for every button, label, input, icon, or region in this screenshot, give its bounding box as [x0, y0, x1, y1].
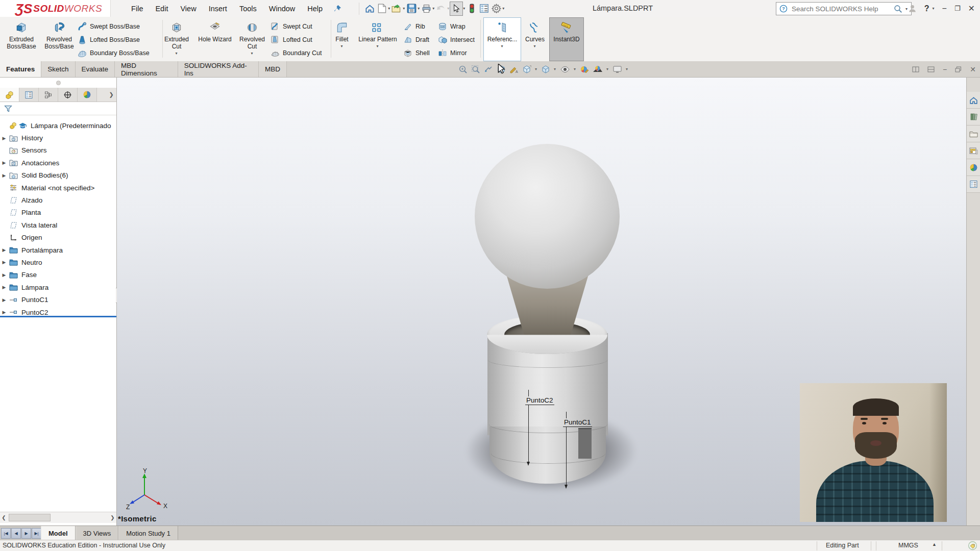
tree-root-item[interactable]: Lámpara (Predeterminado	[0, 119, 116, 132]
tab-feature-manager-tree[interactable]	[0, 88, 19, 102]
shell-button[interactable]: Shell	[403, 46, 430, 60]
previous-view-icon[interactable]	[484, 65, 493, 74]
menu-insert[interactable]: Insert	[203, 2, 233, 16]
menu-view[interactable]: View	[174, 2, 202, 16]
help-search-box[interactable]: ? ▾	[776, 2, 912, 15]
bulb-globe[interactable]	[475, 144, 620, 289]
tab-solidworks-addins[interactable]: SOLIDWORKS Add-Ins	[178, 61, 259, 77]
save-dropdown-caret[interactable]: ▾	[418, 6, 420, 11]
tag-icon[interactable]	[968, 541, 977, 550]
search-icon[interactable]	[894, 5, 902, 13]
curves-caret[interactable]: ▾	[533, 43, 535, 50]
reference-geometry-caret[interactable]: ▾	[501, 43, 503, 50]
mirror-button[interactable]: Mirror	[438, 46, 467, 60]
rib-button[interactable]: Rib	[403, 20, 425, 33]
last-tab-arrow-icon[interactable]: ▶|	[32, 528, 41, 539]
taskpane-appearances-button[interactable]	[967, 159, 980, 176]
reference-geometry-button[interactable]: Referenc... ▾	[483, 17, 521, 61]
annotation-puntoc2[interactable]: PuntoC2	[525, 396, 554, 405]
undo-dropdown-caret[interactable]: ▾	[447, 6, 449, 11]
fillet-caret[interactable]: ▾	[340, 43, 342, 50]
expand-arrow-icon[interactable]: ▶	[0, 297, 8, 303]
tree-item-solid-bodies[interactable]: ▶ Solid Bodies(6)	[0, 169, 116, 182]
pane-split-icon[interactable]	[912, 66, 919, 72]
options-dropdown-caret[interactable]: ▾	[502, 6, 504, 11]
fillet-button[interactable]: Fillet ▾	[329, 18, 355, 60]
zoom-area-icon[interactable]	[471, 65, 480, 74]
tree-item-portalampara[interactable]: ▶ Portalámpara	[0, 244, 116, 256]
units-selector[interactable]: MMGS	[898, 542, 918, 549]
boundary-boss-base-button[interactable]: Boundary Boss/Base	[78, 46, 150, 60]
save-button[interactable]	[405, 2, 418, 15]
tree-item-anotaciones[interactable]: ▶ A Anotaciones	[0, 157, 116, 169]
edit-appearance-icon[interactable]	[580, 65, 589, 74]
rebuild-button[interactable]	[465, 2, 478, 15]
search-scope-caret[interactable]: ▾	[905, 7, 908, 11]
first-tab-arrow-icon[interactable]: |◀	[1, 528, 11, 539]
tab-configuration-manager[interactable]	[39, 88, 58, 102]
taskpane-view-palette-button[interactable]	[967, 142, 980, 159]
tree-item-puntoc1[interactable]: ▶ PuntoC1	[0, 293, 116, 306]
scrollbar-thumb[interactable]	[9, 514, 51, 521]
select-dropdown-caret[interactable]: ▾	[463, 6, 465, 11]
extruded-boss-base-button[interactable]: Extruded Boss/Base	[3, 18, 40, 60]
curves-button[interactable]: Curves ▾	[522, 18, 548, 60]
doc-restore-icon[interactable]	[955, 66, 962, 72]
tab-features[interactable]: Features	[0, 61, 41, 77]
menu-edit[interactable]: Edit	[149, 2, 174, 16]
tab-model[interactable]: Model	[41, 526, 76, 540]
menu-help[interactable]: Help	[301, 2, 329, 16]
revolved-boss-base-button[interactable]: Revolved Boss/Base	[41, 18, 78, 60]
tree-item-fase[interactable]: ▶ Fase	[0, 269, 116, 281]
search-input[interactable]	[791, 5, 891, 13]
extruded-cut-button[interactable]: Extruded Cut ▾	[159, 18, 194, 60]
expand-arrow-icon[interactable]: ▶	[0, 173, 8, 178]
help-dropdown-caret[interactable]: ▾	[933, 6, 935, 11]
next-tab-arrow-icon[interactable]: ▶	[21, 528, 31, 539]
lofted-boss-base-button[interactable]: Lofted Boss/Base	[78, 33, 140, 46]
revolved-cut-caret[interactable]: ▾	[251, 50, 253, 57]
hole-wizard-button[interactable]: Hole Wizard	[195, 18, 235, 60]
taskpane-home-button[interactable]	[967, 92, 980, 109]
user-account-icon[interactable]	[908, 4, 917, 13]
display-style-caret[interactable]: ▾	[554, 67, 556, 71]
new-document-button[interactable]	[376, 2, 388, 15]
view-orientation-icon[interactable]	[522, 65, 531, 74]
view-settings-icon[interactable]	[612, 65, 622, 74]
pane-split-horizontal-icon[interactable]	[927, 66, 935, 72]
hide-show-caret[interactable]: ▾	[574, 67, 576, 71]
draft-button[interactable]: Draft	[403, 33, 429, 46]
panel-collapse-handle[interactable]	[56, 81, 61, 85]
annotation-puntoc1[interactable]: PuntoC1	[563, 418, 592, 427]
pin-menu-icon[interactable]	[334, 5, 341, 12]
doc-minimize-icon[interactable]: −	[943, 65, 947, 73]
expand-arrow-icon[interactable]: ▶	[0, 285, 8, 290]
apply-scene-caret[interactable]: ▾	[606, 67, 608, 71]
menu-tools[interactable]: Tools	[233, 2, 263, 16]
restore-button[interactable]: ❐	[954, 5, 961, 12]
options-gear-button[interactable]	[490, 2, 502, 15]
tree-filter-row[interactable]	[0, 102, 116, 115]
expand-arrow-icon[interactable]: ▶	[0, 247, 8, 253]
expand-arrow-icon[interactable]: ▶	[0, 160, 8, 165]
scroll-right-arrow-icon[interactable]: ❯	[109, 512, 116, 523]
tab-property-manager[interactable]	[19, 88, 39, 102]
doc-close-icon[interactable]: ✕	[970, 65, 976, 73]
tab-motion-study-1[interactable]: Motion Study 1	[118, 526, 178, 540]
file-properties-button[interactable]	[478, 2, 490, 15]
scroll-left-arrow-icon[interactable]: ❮	[0, 512, 8, 523]
boundary-cut-button[interactable]: Boundary Cut	[271, 46, 322, 60]
view-settings-caret[interactable]: ▾	[626, 67, 628, 71]
expand-arrow-icon[interactable]: ▶	[0, 260, 8, 265]
menu-window[interactable]: Window	[263, 2, 302, 16]
home-button[interactable]	[363, 2, 376, 15]
tree-item-material[interactable]: Material <not specified>	[0, 182, 116, 194]
open-dropdown-caret[interactable]: ▾	[403, 6, 405, 11]
taskpane-file-explorer-button[interactable]	[967, 126, 980, 142]
swept-boss-base-button[interactable]: Swept Boss/Base	[78, 20, 140, 33]
tab-mbd-dimensions[interactable]: MBD Dimensions	[115, 61, 178, 77]
linear-pattern-caret[interactable]: ▾	[376, 43, 378, 50]
expand-arrow-icon[interactable]: ▶	[0, 310, 8, 315]
dynamic-annotation-icon[interactable]: A	[509, 65, 519, 74]
tab-dimxpert-manager[interactable]	[58, 88, 78, 102]
